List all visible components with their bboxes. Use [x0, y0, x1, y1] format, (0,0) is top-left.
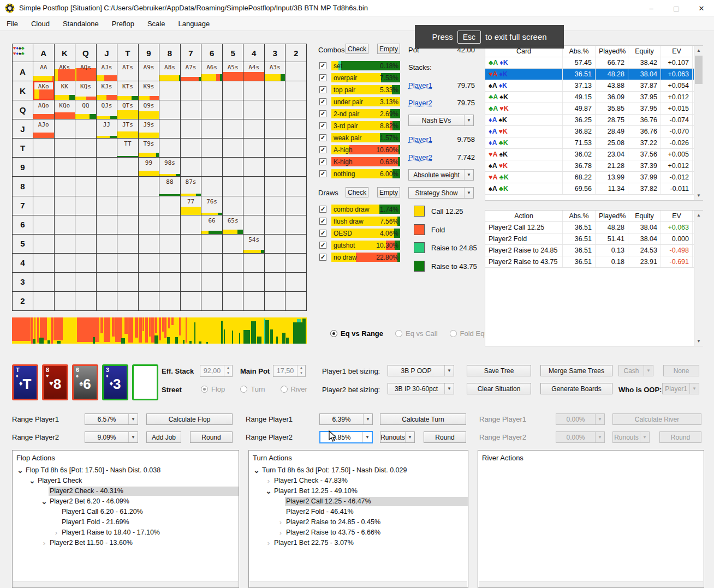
matrix-cell-QJs[interactable]: QJs [97, 100, 118, 119]
matrix-cell-A5s[interactable]: A5s [223, 62, 244, 81]
minimize-button[interactable]: – [639, 0, 664, 16]
matrix-cell-empty[interactable] [285, 215, 307, 235]
tree-collapsed-icon[interactable]: › [276, 529, 285, 537]
matrix-cell-empty[interactable] [201, 81, 223, 100]
matrix-cell-empty[interactable] [201, 254, 223, 273]
save-tree-button[interactable]: Save Tree [467, 365, 531, 376]
matrix-cell-A8s[interactable]: A8s [159, 62, 181, 81]
turn-tree-item[interactable]: Player2 Fold - 46.41% [249, 507, 468, 517]
combo-checkbox-under-pair[interactable]: ✓ [319, 98, 326, 105]
weight-dropdown[interactable]: Absolute weight▼ [408, 169, 474, 181]
matrix-cell-empty[interactable] [181, 81, 202, 100]
street-radio-turn[interactable]: Turn [240, 385, 265, 393]
card-table-row[interactable]: ♦A ♥K36.8228.4936.76-0.070 [485, 126, 703, 137]
board-card-6♠[interactable]: 6♠♠6 [72, 364, 98, 400]
turn-hscrollbar[interactable] [249, 581, 467, 587]
flop-tree-item[interactable]: Player2 Check - 40.31% [13, 486, 239, 496]
matrix-cell-empty[interactable] [223, 139, 244, 158]
matrix-cell-empty[interactable] [117, 196, 139, 215]
matrix-cell-empty[interactable] [243, 273, 265, 292]
turn-range-p1-dropdown[interactable]: 6.39%▼ [319, 413, 373, 425]
matrix-cell-empty[interactable] [55, 215, 76, 235]
matrix-cell-empty[interactable] [75, 273, 97, 292]
scroll-up-icon[interactable]: ▲ [694, 211, 703, 220]
matrix-cell-empty[interactable] [265, 235, 286, 254]
matrix-cell-empty[interactable] [201, 100, 223, 119]
matrix-cell-empty[interactable] [201, 158, 223, 177]
matrix-cell-empty[interactable] [159, 139, 181, 158]
matrix-cell-AA[interactable]: AA [33, 62, 55, 81]
matrix-cell-AJo[interactable]: AJo [33, 119, 55, 139]
combos-empty-button[interactable]: Empty [377, 44, 400, 54]
matrix-cell-empty[interactable] [55, 177, 76, 196]
combo-checkbox-A-high[interactable]: ✓ [319, 146, 326, 153]
turn-tree-item[interactable]: ›Player2 Raise to 24.85 - 0.45% [249, 517, 468, 527]
maximize-button[interactable]: ▢ [664, 0, 689, 16]
action-table-header-action[interactable]: Action [485, 211, 563, 221]
matrix-cell-empty[interactable] [223, 254, 244, 273]
matrix-cell-empty[interactable] [97, 292, 118, 311]
matrix-cell-KQs[interactable]: KQs [75, 81, 97, 100]
matrix-cell-empty[interactable] [159, 292, 181, 311]
radio-eq-vs-range[interactable]: Eq vs Range [330, 329, 383, 338]
matrix-cell-empty[interactable] [223, 196, 244, 215]
matrix-cell-empty[interactable] [139, 196, 160, 215]
matrix-cell-empty[interactable] [33, 215, 55, 235]
matrix-cell-empty[interactable] [285, 81, 307, 100]
matrix-cell-empty[interactable] [201, 177, 223, 196]
matrix-cell-empty[interactable] [97, 177, 118, 196]
matrix-cell-empty[interactable] [75, 254, 97, 273]
matrix-cell-88[interactable]: 88 [159, 177, 181, 196]
matrix-cell-empty[interactable] [223, 158, 244, 177]
turn-range-p2-dropdown[interactable]: 3.85%▼ [319, 431, 373, 443]
matrix-cell-empty[interactable] [75, 177, 97, 196]
matrix-cell-76s[interactable]: 76s [201, 196, 223, 215]
matrix-cell-77[interactable]: 77 [181, 196, 202, 215]
matrix-cell-empty[interactable] [159, 254, 181, 273]
card-table-header-ev[interactable]: EV [661, 46, 693, 57]
matrix-cell-TT[interactable]: TT [117, 139, 139, 158]
card-table-row[interactable]: ♥A ♣K68.2213.9937.99-0.012 [485, 172, 703, 183]
matrix-cell-empty[interactable] [243, 119, 265, 139]
matrix-cell-empty[interactable] [117, 177, 139, 196]
matrix-cell-AKs[interactable]: AKs [55, 62, 76, 81]
matrix-cell-empty[interactable] [243, 196, 265, 215]
matrix-cell-empty[interactable] [33, 196, 55, 215]
matrix-cell-empty[interactable] [75, 119, 97, 139]
turn-runouts-dropdown[interactable]: Runouts▼ [380, 431, 415, 443]
action-table-scrollbar[interactable]: ▲ ▼ [694, 211, 703, 346]
matrix-cell-empty[interactable] [33, 292, 55, 311]
combo-checkbox-weak-pair[interactable]: ✓ [319, 134, 326, 141]
generate-boards-button[interactable]: Generate Boards [540, 383, 612, 394]
draw-checkbox-OESD[interactable]: ✓ [319, 230, 326, 237]
tree-collapsed-icon[interactable]: › [40, 539, 49, 547]
matrix-cell-AQs[interactable]: AQs [75, 62, 97, 81]
matrix-cell-empty[interactable] [55, 235, 76, 254]
matrix-cell-99[interactable]: 99 [139, 158, 160, 177]
card-table-row[interactable]: ♠A ♥K36.7821.2837.39+0.012 [485, 160, 703, 172]
matrix-cell-empty[interactable] [33, 177, 55, 196]
matrix-cell-empty[interactable] [97, 215, 118, 235]
tree-collapsed-icon[interactable]: › [276, 518, 285, 526]
p2-bet-sizing-dropdown[interactable]: 3B IP 30-60pct▼ [388, 383, 454, 394]
matrix-cell-87s[interactable]: 87s [181, 177, 202, 196]
matrix-cell-empty[interactable] [97, 235, 118, 254]
action-table-row[interactable]: Player2 Call 12.2536.5148.2838.04+0.063 [485, 222, 703, 233]
flop-range-p1-dropdown[interactable]: 6.57%▼ [85, 413, 138, 425]
menu-item-preflop[interactable]: Preflop [105, 17, 141, 31]
matrix-cell-empty[interactable] [223, 292, 244, 311]
matrix-cell-empty[interactable] [75, 196, 97, 215]
matrix-cell-empty[interactable] [117, 292, 139, 311]
matrix-cell-empty[interactable] [201, 139, 223, 158]
matrix-cell-empty[interactable] [265, 292, 286, 311]
matrix-cell-empty[interactable] [265, 139, 286, 158]
matrix-cell-empty[interactable] [201, 273, 223, 292]
stacks-player1-link[interactable]: Player1 [408, 81, 432, 89]
draw-checkbox-gutshot[interactable]: ✓ [319, 242, 326, 249]
action-table-header-played[interactable]: Played% [596, 211, 628, 221]
matrix-cell-empty[interactable] [285, 177, 307, 196]
tree-collapsed-icon[interactable]: › [52, 529, 61, 537]
add-job-button[interactable]: Add Job [146, 431, 181, 443]
matrix-cell-JJ[interactable]: JJ [97, 119, 118, 139]
matrix-cell-empty[interactable] [33, 139, 55, 158]
